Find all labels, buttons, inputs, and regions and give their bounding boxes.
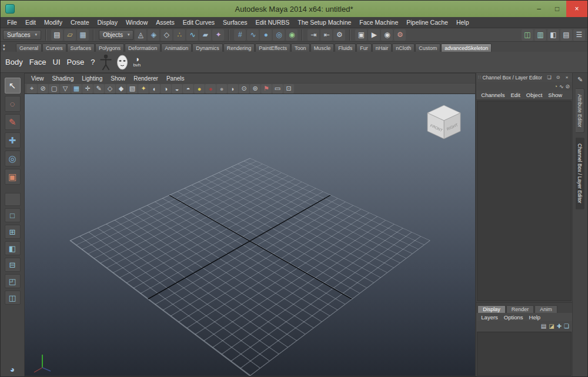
- single-pane-layout-icon[interactable]: □: [5, 208, 21, 222]
- scale-tool-icon[interactable]: ▣: [5, 169, 21, 185]
- joints-xray-icon[interactable]: ⚑: [261, 84, 272, 94]
- select-curves-icon[interactable]: ∿: [186, 29, 198, 41]
- shelf-tab-fluids[interactable]: Fluids: [335, 44, 356, 52]
- layer-list-icon[interactable]: ▤: [541, 323, 546, 329]
- layer-menu-options[interactable]: Options: [502, 314, 526, 321]
- display-speed-icon[interactable]: ◔: [554, 84, 557, 89]
- shelf-tab-ncloth[interactable]: nCloth: [392, 44, 415, 52]
- select-rendering-icon[interactable]: ✦: [212, 29, 224, 41]
- save-scene-icon[interactable]: ▦: [77, 29, 89, 41]
- copy-tab-icon[interactable]: ❏: [546, 74, 553, 81]
- snap-to-plane-icon[interactable]: ◎: [273, 29, 285, 41]
- shelf-item-ui[interactable]: UI: [52, 56, 62, 68]
- side-tab-channel-box-layer-editor[interactable]: Channel Box / Layer Editor: [576, 138, 584, 209]
- render-settings-icon[interactable]: ⚙: [394, 29, 406, 41]
- channel-list-area[interactable]: [477, 101, 572, 301]
- shelf-tab-animation[interactable]: Animation: [161, 44, 192, 52]
- shelf-item-help[interactable]: ?: [89, 56, 96, 68]
- use-all-lights-icon[interactable]: ✦: [138, 84, 149, 94]
- xray-icon[interactable]: ⊚: [250, 84, 260, 94]
- toolbar-divider[interactable]: [92, 29, 96, 41]
- layer-tab-anim[interactable]: Anim: [534, 305, 557, 313]
- resolution-gate-icon[interactable]: ▭: [272, 84, 283, 94]
- shelf-tab-toon[interactable]: Toon: [291, 44, 310, 52]
- toolbar-divider[interactable]: [348, 29, 352, 41]
- menu-help[interactable]: Help: [452, 18, 473, 27]
- panel-menu-view[interactable]: View: [27, 75, 48, 82]
- open-render-view-icon[interactable]: ▣: [355, 29, 367, 41]
- last-tool-slot[interactable]: [5, 193, 21, 206]
- shelf-tab-polygons[interactable]: Polygons: [95, 44, 124, 52]
- maximize-button[interactable]: □: [548, 1, 566, 17]
- snap-to-point-icon[interactable]: ●: [260, 29, 272, 41]
- shadows-icon[interactable]: ◐: [149, 84, 160, 94]
- toggle-modeling-toolkit-icon[interactable]: ◫: [522, 29, 533, 41]
- menu-set-selector[interactable]: Surfaces ▾: [3, 30, 41, 40]
- new-empty-layer-icon[interactable]: ✚: [557, 323, 562, 329]
- color-managed-ball-icon[interactable]: ●: [205, 84, 216, 94]
- close-icon[interactable]: ×: [563, 74, 570, 81]
- paint-select-tool-icon[interactable]: ✎: [5, 114, 21, 130]
- shelf-item-pose[interactable]: Pose: [66, 56, 86, 68]
- panel-grip-icon[interactable]: ∷: [478, 75, 480, 80]
- persp-graph-layout-icon[interactable]: ⊟: [5, 258, 21, 272]
- rotate-tool-icon[interactable]: ◎: [5, 151, 21, 166]
- menu-edit-nurbs[interactable]: Edit NURBS: [252, 18, 294, 27]
- panel-menu-renderer[interactable]: Renderer: [129, 75, 162, 82]
- open-scene-icon[interactable]: ▱: [64, 29, 76, 41]
- panel-menu-lighting[interactable]: Lighting: [78, 75, 106, 82]
- maya-app-icon[interactable]: [5, 4, 15, 14]
- layer-menu-layers[interactable]: Layers: [479, 314, 500, 321]
- layer-tab-display[interactable]: Display: [477, 305, 506, 313]
- new-layer-from-selected-icon[interactable]: ❏: [564, 323, 569, 329]
- lock-icon[interactable]: ⊘: [565, 84, 570, 89]
- menu-file[interactable]: File: [3, 18, 21, 27]
- multisample-icon[interactable]: ◓: [183, 84, 193, 94]
- snap-to-grid-icon[interactable]: #: [234, 29, 246, 41]
- lasso-tool-icon[interactable]: ◌: [5, 96, 21, 112]
- menu-edit[interactable]: Edit: [21, 18, 40, 27]
- toolbar-divider[interactable]: [44, 29, 48, 41]
- new-scene-icon[interactable]: ▤: [51, 29, 63, 41]
- grease-pencil-icon[interactable]: ✎: [93, 84, 104, 94]
- shelf-tab-dynamics[interactable]: Dynamics: [192, 44, 223, 52]
- menu-window[interactable]: Window: [122, 18, 152, 27]
- shelf-tab-surfaces[interactable]: Surfaces: [67, 44, 95, 52]
- wireframe-mode-icon[interactable]: ◇: [105, 84, 115, 94]
- side-tab-attribute-editor[interactable]: Attribute Editor: [576, 88, 584, 133]
- shelf-menu-arrows-icon[interactable]: ▾ ▾: [3, 44, 5, 51]
- ipr-render-icon[interactable]: ◉: [381, 29, 393, 41]
- layer-list-area[interactable]: [477, 332, 572, 376]
- exposure-icon[interactable]: ◗: [228, 84, 238, 94]
- shelf-tab-curves[interactable]: Curves: [42, 44, 66, 52]
- channelbox-menu-channels[interactable]: Channels: [479, 91, 507, 99]
- layer-tab-render[interactable]: Render: [506, 305, 534, 313]
- menu-display[interactable]: Display: [93, 18, 121, 27]
- menu-surfaces[interactable]: Surfaces: [219, 18, 251, 27]
- menu-pipeline-cache[interactable]: Pipeline Cache: [402, 18, 452, 27]
- image-plane-icon[interactable]: ▦: [71, 84, 82, 94]
- select-camera-icon[interactable]: ⌖: [26, 84, 37, 94]
- shelf-tab-painteffects[interactable]: PaintEffects: [255, 44, 290, 52]
- select-object-icon[interactable]: ◈: [148, 29, 159, 41]
- bookmarks-icon[interactable]: ▽: [60, 84, 71, 94]
- menu-the-setup-machine[interactable]: The Setup Machine: [293, 18, 355, 27]
- textured-mode-icon[interactable]: ▧: [127, 84, 138, 94]
- minimize-button[interactable]: –: [530, 1, 548, 17]
- camera-attributes-icon[interactable]: ▢: [49, 84, 59, 94]
- face-mask-icon[interactable]: [116, 55, 129, 70]
- make-live-icon[interactable]: ◉: [286, 29, 298, 41]
- menu-modify[interactable]: Modify: [40, 18, 66, 27]
- hypershade-persp-layout-icon[interactable]: ◰: [5, 274, 21, 288]
- persp-outliner-layout-icon[interactable]: ◧: [5, 241, 21, 255]
- menu-edit-curves[interactable]: Edit Curves: [179, 18, 219, 27]
- select-points-icon[interactable]: ∴: [173, 29, 185, 41]
- pencil-icon[interactable]: ✎: [577, 76, 583, 84]
- view-cube[interactable]: FRONT RIGHT: [423, 100, 465, 141]
- shelf-tab-custom[interactable]: Custom: [415, 44, 440, 52]
- layer-sort-icon[interactable]: ◪: [549, 323, 554, 329]
- shelf-tab-muscle[interactable]: Muscle: [310, 44, 335, 52]
- four-pane-layout-icon[interactable]: ⊞: [5, 225, 21, 239]
- perspective-viewport[interactable]: FRONT RIGHT: [25, 94, 475, 376]
- channelbox-menu-object[interactable]: Object: [524, 91, 544, 99]
